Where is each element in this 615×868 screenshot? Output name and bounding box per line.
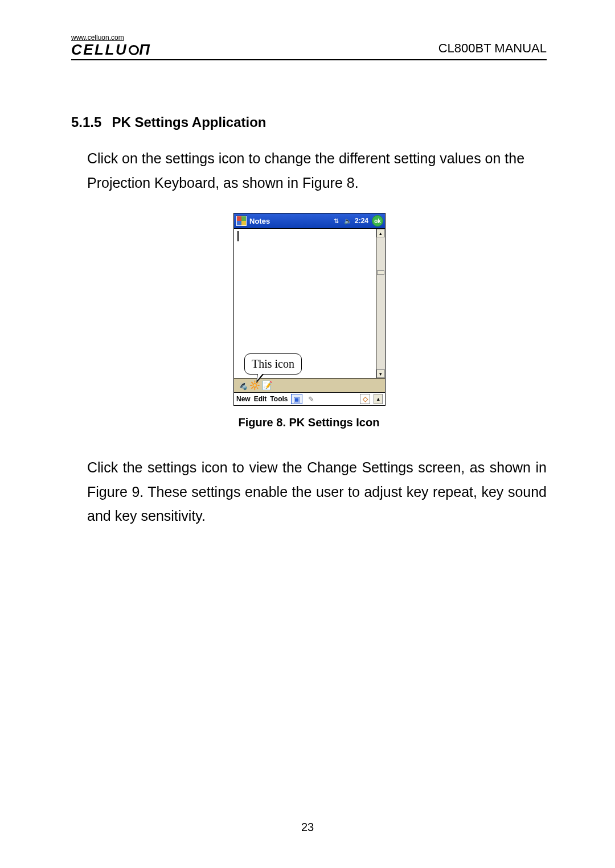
sound-tray-icon[interactable]: 🔉 (237, 381, 247, 390)
text-cursor (237, 231, 239, 241)
scroll-up-icon[interactable]: ▴ (376, 229, 385, 237)
section-heading: 5.1.5PK Settings Application (71, 114, 547, 130)
paragraph-1: Click on the settings icon to change the… (87, 146, 547, 195)
pk-settings-icon[interactable]: 📝 (263, 381, 272, 390)
page-header: www.celluon.com CELLUΠ CL800BT MANUAL (71, 34, 547, 60)
manual-title: CL800BT MANUAL (438, 41, 547, 57)
section-title: PK Settings Application (112, 114, 266, 130)
circle-icon (129, 45, 139, 55)
figure-caption: Figure 8. PK Settings Icon (71, 416, 547, 429)
picture-icon[interactable]: ▣ (291, 394, 302, 404)
pda-menubar: New Edit Tools ▣ ✎ ◇ ▴ (234, 393, 385, 405)
figure-8-screenshot: Notes ⇅ 🔈 2:24 ok This icon ▴ (233, 213, 384, 406)
collapse-icon[interactable]: ▴ (374, 394, 383, 404)
speaker-icon[interactable]: 🔈 (343, 216, 352, 225)
pda-device: Notes ⇅ 🔈 2:24 ok This icon ▴ (233, 213, 386, 406)
scroll-down-icon[interactable]: ▾ (376, 369, 385, 378)
note-canvas[interactable]: This icon (234, 229, 376, 378)
logo-url: www.celluon.com (71, 34, 151, 41)
vertical-scrollbar[interactable]: ▴ ▾ (376, 229, 385, 378)
menu-new[interactable]: New (236, 395, 251, 403)
record-icon[interactable]: ◇ (360, 394, 370, 404)
section-number: 5.1.5 (71, 114, 101, 130)
brand-logo-n: Π (139, 41, 151, 58)
start-menu-icon[interactable] (236, 215, 247, 227)
logo-block: www.celluon.com CELLUΠ (71, 34, 151, 57)
pda-titlebar: Notes ⇅ 🔈 2:24 ok (234, 213, 385, 228)
brand-logo-text: CELLU (71, 41, 128, 58)
page-number: 23 (0, 821, 615, 834)
ok-button[interactable]: ok (372, 215, 383, 227)
connectivity-icon[interactable]: ⇅ (332, 216, 341, 225)
brand-logo: CELLUΠ (71, 42, 151, 57)
callout-text: This icon (252, 357, 294, 370)
menu-tools[interactable]: Tools (270, 395, 288, 403)
clock-time: 2:24 (355, 217, 368, 225)
scroll-thumb[interactable] (377, 270, 384, 275)
menu-edit[interactable]: Edit (254, 395, 267, 403)
paragraph-2: Click the settings icon to view the Chan… (87, 455, 547, 528)
callout-bubble: This icon (244, 353, 302, 375)
app-title: Notes (249, 217, 270, 225)
scroll-track[interactable] (376, 237, 385, 369)
pen-icon[interactable]: ✎ (306, 394, 316, 404)
